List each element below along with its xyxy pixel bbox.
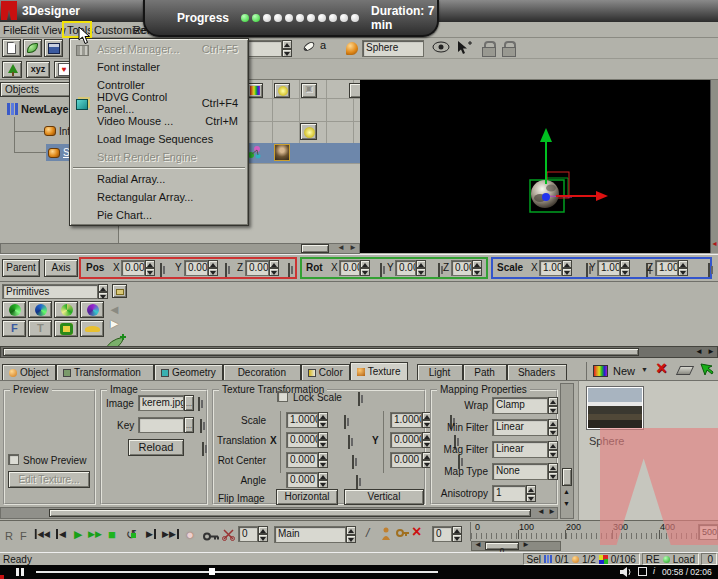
step-forward-button[interactable]: ▶: [146, 529, 156, 539]
tab-transformation[interactable]: Transformation: [56, 364, 154, 380]
primitive-cat-2[interactable]: [28, 301, 52, 318]
viewport-scrollbar[interactable]: ◄: [710, 80, 718, 253]
angle-key[interactable]: [356, 475, 358, 489]
fast-forward-button[interactable]: ▶▶: [88, 529, 102, 539]
speaker-icon[interactable]: [620, 567, 632, 579]
pos-z-spinner[interactable]: [269, 260, 279, 276]
primitives-hscroll-thumb[interactable]: [3, 348, 639, 356]
new-file-button[interactable]: [2, 39, 21, 57]
rot-y-spinner[interactable]: [416, 260, 426, 276]
wrap-select[interactable]: Clamp: [492, 397, 548, 414]
parent-button[interactable]: Parent: [2, 259, 40, 277]
rot-x-key-button[interactable]: [380, 263, 382, 277]
lock-scale-key-button[interactable]: [358, 392, 360, 406]
new-button[interactable]: New: [613, 365, 635, 377]
delete-x-icon[interactable]: ×: [656, 358, 667, 379]
menu-item-rectangular-array[interactable]: Rectangular Array...: [71, 188, 247, 206]
lock-scale-checkbox[interactable]: [277, 391, 288, 402]
reload-button[interactable]: Reload: [128, 439, 184, 456]
anisotropy-field[interactable]: 1: [492, 485, 526, 502]
visibility-eye-icon[interactable]: [432, 41, 450, 55]
menu-file[interactable]: File: [3, 24, 21, 36]
timeline-ruler[interactable]: 0 100 200 300 400: [470, 522, 698, 541]
scale-x-key-button[interactable]: [586, 263, 588, 277]
props-hscrollbar[interactable]: ◄ ►: [0, 507, 558, 519]
pick-cursor-icon[interactable]: [456, 40, 474, 57]
menu-item-hdvg-control-panel[interactable]: HDVG Control Panel... Ctrl+F4: [71, 94, 247, 112]
pen-tool-button[interactable]: [300, 40, 317, 57]
scroll-arrow-icon[interactable]: ◄: [711, 240, 718, 247]
tt-scale-y-field[interactable]: 1.0000: [390, 412, 422, 428]
tt-rotc-x-spinner[interactable]: [318, 452, 328, 468]
menu-item-pie-chart[interactable]: Pie Chart...: [71, 206, 247, 224]
tt-rotc-x-field[interactable]: 0.000: [286, 452, 318, 468]
menu-item-radial-array[interactable]: Radial Array...: [71, 170, 247, 188]
leaf-tool-button[interactable]: [23, 39, 42, 57]
pick-green-arrow-icon[interactable]: [698, 361, 715, 380]
video-progress-handle[interactable]: [209, 568, 215, 575]
tab-texture[interactable]: Texture: [350, 362, 408, 380]
font-tool-button[interactable]: a: [320, 39, 337, 56]
tt-scale-x-spinner[interactable]: [318, 412, 328, 428]
go-start-button[interactable]: ◀◀: [35, 529, 50, 539]
actor-icon[interactable]: [380, 527, 392, 543]
scale-z-key-button[interactable]: [708, 263, 710, 277]
tt-scale-x-key[interactable]: [344, 415, 346, 429]
primitive-cat-1[interactable]: [2, 301, 26, 318]
pos-y-key-button[interactable]: [225, 263, 227, 277]
angle-field[interactable]: 0.000: [286, 472, 318, 488]
tab-path[interactable]: Path: [463, 364, 507, 380]
tt-rotc-y-field[interactable]: 0.000: [390, 452, 422, 468]
object-name-field[interactable]: Sphere: [362, 40, 424, 57]
props-vscroll-thumb[interactable]: [562, 468, 572, 486]
scroll-right-icon[interactable]: ►: [349, 243, 357, 252]
pos-z-key-button[interactable]: [288, 263, 290, 277]
tt-rotc-x-key[interactable]: [352, 455, 354, 469]
scroll-right-icon[interactable]: ►: [707, 347, 715, 356]
fullscreen-icon[interactable]: [638, 567, 647, 576]
flip-horizontal-button[interactable]: Horizontal: [276, 489, 338, 505]
column-camera-icon[interactable]: ▣: [301, 83, 317, 98]
wrap-spinner[interactable]: [548, 397, 558, 414]
field-f-label[interactable]: F: [20, 530, 27, 542]
flip-vertical-button[interactable]: Vertical: [344, 489, 424, 505]
frame-spinner[interactable]: [258, 526, 268, 542]
reload-key-button[interactable]: [202, 442, 204, 456]
anisotropy-spinner[interactable]: [526, 485, 536, 502]
scale-z-field[interactable]: 1.000: [655, 260, 678, 276]
key-field[interactable]: [138, 417, 184, 433]
timeline-scrollbar[interactable]: ◄ 0 ►: [471, 541, 561, 551]
primitives-hscrollbar[interactable]: ◄ ►: [0, 346, 718, 358]
primitives-selector-spinner[interactable]: [98, 284, 108, 299]
key-button[interactable]: [203, 531, 219, 543]
primitive-cat-7[interactable]: [54, 320, 78, 337]
delete-key-x-icon[interactable]: ×: [412, 523, 421, 541]
video-progress-track[interactable]: [36, 571, 438, 573]
pos-z-field[interactable]: 0.000: [245, 260, 269, 276]
pause-icon[interactable]: [16, 568, 19, 576]
folder-up-button[interactable]: [112, 284, 127, 298]
rot-y-field[interactable]: 0.000: [395, 260, 416, 276]
key-browse-button[interactable]: ...: [184, 417, 194, 433]
mag-filter-spinner[interactable]: [548, 441, 558, 458]
frame-field[interactable]: 0: [238, 526, 258, 542]
map-type-select[interactable]: None: [492, 463, 548, 480]
step-back-button[interactable]: ◀: [56, 529, 66, 539]
grid-hscroll-thumb[interactable]: [301, 244, 329, 253]
tt-scale-x-field[interactable]: 1.0000: [286, 412, 318, 428]
edit-texture-button[interactable]: Edit Texture...: [8, 471, 90, 488]
tab-decoration[interactable]: Decoration: [223, 364, 301, 380]
channel-spinner[interactable]: [346, 526, 356, 543]
timeline-scroll-thumb[interactable]: 0: [485, 542, 519, 550]
image-key-button[interactable]: [198, 397, 200, 411]
pos-y-spinner[interactable]: [208, 260, 218, 276]
tab-color[interactable]: Color: [301, 364, 350, 380]
menu-item-load-image-sequences[interactable]: Load Image Sequences: [71, 130, 247, 148]
tab-shaders[interactable]: Shaders: [507, 364, 567, 380]
pos-x-key-button[interactable]: [160, 263, 162, 277]
prev-page-arrow-icon[interactable]: ◄: [108, 302, 121, 317]
primitive-cat-8[interactable]: [80, 320, 104, 337]
scale-x-field[interactable]: 1.000: [539, 260, 562, 276]
rot-z-field[interactable]: 0.000: [451, 260, 472, 276]
key-key-button[interactable]: [200, 419, 202, 433]
